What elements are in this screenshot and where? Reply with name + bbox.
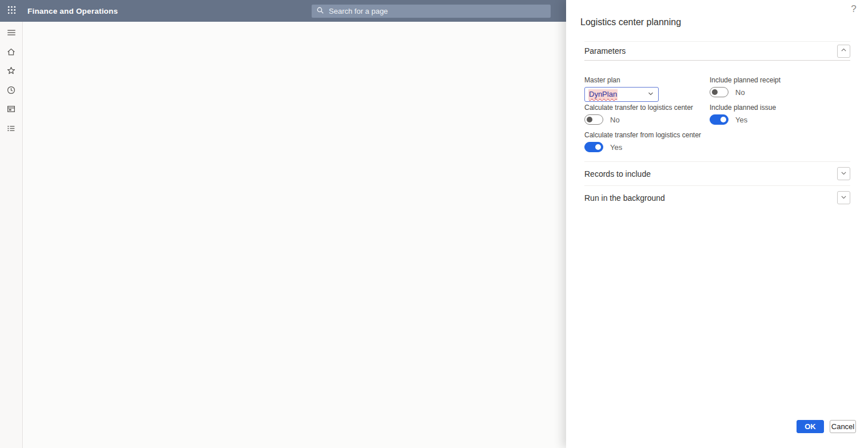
main-content-area: [23, 22, 566, 448]
empty-grid-cell: [710, 131, 850, 158]
expand-run-in-background-button[interactable]: [837, 191, 850, 204]
modules-list-icon[interactable]: [0, 119, 23, 138]
recent-clock-icon[interactable]: [0, 81, 23, 100]
collapse-parameters-button[interactable]: [837, 45, 850, 58]
page-search-box[interactable]: [312, 5, 551, 18]
master-plan-field: Master plan DynPlan: [584, 76, 710, 104]
section-header-parameters[interactable]: Parameters: [584, 41, 850, 61]
include-planned-receipt-value: No: [735, 88, 745, 97]
include-planned-issue-toggle[interactable]: [710, 114, 728, 125]
nav-rail: [0, 22, 23, 448]
master-plan-combobox[interactable]: DynPlan: [584, 87, 659, 102]
section-header-records-to-include[interactable]: Records to include: [584, 161, 850, 185]
app-root: Finance and Operations: [0, 0, 868, 448]
parameters-fields: Master plan DynPlan Include planned rece…: [584, 61, 850, 161]
app-title: Finance and Operations: [27, 7, 118, 15]
section-label-parameters: Parameters: [584, 46, 626, 55]
include-planned-issue-field: Include planned issue Yes: [710, 104, 850, 131]
chevron-down-icon: [647, 89, 654, 100]
calculate-transfer-to-label: Calculate transfer to logistics center: [584, 104, 710, 112]
dialog-footer: OK Cancel: [797, 420, 856, 433]
calculate-transfer-from-field: Calculate transfer from logistics center…: [584, 131, 710, 158]
calculate-transfer-from-toggle[interactable]: [584, 142, 603, 152]
cancel-button[interactable]: Cancel: [830, 420, 856, 433]
section-header-run-in-background[interactable]: Run in the background: [584, 185, 850, 209]
master-plan-value: DynPlan: [588, 89, 618, 100]
dialog-title: Logistics center planning: [580, 17, 854, 27]
include-planned-issue-value: Yes: [735, 116, 747, 124]
favorites-star-icon[interactable]: [0, 61, 23, 81]
help-icon[interactable]: ?: [847, 2, 860, 16]
search-icon: [316, 6, 329, 17]
logistics-center-planning-dialog: ? Logistics center planning Parameters M…: [566, 0, 868, 448]
expand-records-button[interactable]: [837, 167, 850, 180]
chevron-down-icon: [840, 169, 847, 179]
home-icon[interactable]: [0, 42, 23, 62]
workspace-icon[interactable]: [0, 100, 23, 119]
include-planned-receipt-label: Include planned receipt: [710, 76, 850, 84]
section-label-run-in-background: Run in the background: [584, 193, 665, 203]
chevron-up-icon: [840, 46, 847, 55]
calculate-transfer-to-field: Calculate transfer to logistics center N…: [584, 104, 710, 131]
ok-button[interactable]: OK: [797, 420, 824, 433]
menu-icon[interactable]: [0, 23, 23, 42]
calculate-transfer-from-label: Calculate transfer from logistics center: [584, 131, 710, 139]
search-input[interactable]: [329, 7, 546, 15]
section-label-records-to-include: Records to include: [584, 169, 651, 179]
waffle-icon: [7, 5, 17, 17]
calculate-transfer-to-value: No: [610, 116, 620, 124]
app-launcher-button[interactable]: [0, 0, 23, 22]
master-plan-label: Master plan: [584, 76, 710, 84]
include-planned-receipt-field: Include planned receipt No: [710, 76, 850, 104]
calculate-transfer-to-toggle[interactable]: [584, 114, 603, 125]
include-planned-receipt-toggle[interactable]: [710, 87, 728, 97]
calculate-transfer-from-value: Yes: [610, 143, 622, 152]
chevron-down-icon: [840, 193, 847, 203]
include-planned-issue-label: Include planned issue: [710, 104, 850, 112]
